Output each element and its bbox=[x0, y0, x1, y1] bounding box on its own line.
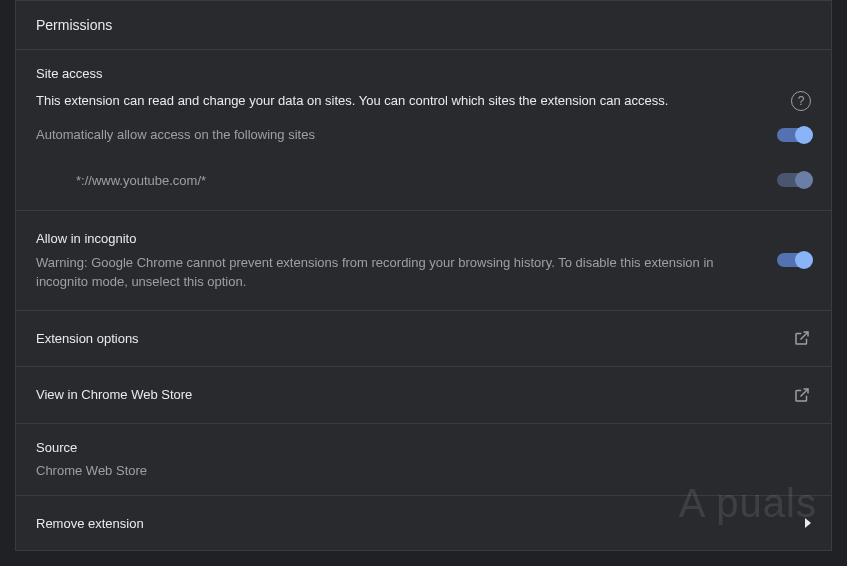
incognito-toggle[interactable] bbox=[777, 253, 811, 267]
source-section: Source Chrome Web Store bbox=[16, 424, 831, 496]
site-pattern: *://www.youtube.com/* bbox=[76, 171, 206, 191]
site-pattern-toggle[interactable] bbox=[777, 173, 811, 187]
chevron-right-icon bbox=[805, 518, 811, 528]
incognito-row: Allow in incognito Warning: Google Chrom… bbox=[36, 229, 811, 292]
source-label: Source bbox=[36, 438, 811, 458]
incognito-text: Allow in incognito Warning: Google Chrom… bbox=[36, 229, 761, 292]
extension-details-panel: Permissions Site access This extension c… bbox=[15, 0, 832, 551]
incognito-title: Allow in incognito bbox=[36, 229, 761, 249]
auto-allow-row: Automatically allow access on the follow… bbox=[36, 125, 811, 145]
source-value: Chrome Web Store bbox=[36, 461, 811, 481]
site-access-section: Site access This extension can read and … bbox=[16, 50, 831, 211]
auto-allow-toggle[interactable] bbox=[777, 128, 811, 142]
permissions-title: Permissions bbox=[36, 17, 811, 33]
permissions-header: Permissions bbox=[16, 1, 831, 50]
toggle-knob bbox=[795, 171, 813, 189]
extension-options-row[interactable]: Extension options bbox=[16, 311, 831, 368]
open-external-icon bbox=[793, 386, 811, 404]
auto-allow-label: Automatically allow access on the follow… bbox=[36, 125, 315, 145]
site-access-desc-row: This extension can read and change your … bbox=[36, 91, 811, 111]
toggle-knob bbox=[795, 126, 813, 144]
site-access-description: This extension can read and change your … bbox=[36, 91, 668, 111]
extension-options-label: Extension options bbox=[36, 329, 139, 349]
view-webstore-label: View in Chrome Web Store bbox=[36, 385, 192, 405]
site-pattern-row: *://www.youtube.com/* bbox=[36, 163, 811, 195]
help-icon[interactable]: ? bbox=[791, 91, 811, 111]
site-access-heading: Site access bbox=[36, 66, 811, 81]
view-webstore-row[interactable]: View in Chrome Web Store bbox=[16, 367, 831, 424]
incognito-warning: Warning: Google Chrome cannot prevent ex… bbox=[36, 253, 761, 292]
toggle-knob bbox=[795, 251, 813, 269]
remove-extension-label: Remove extension bbox=[36, 514, 144, 534]
open-external-icon bbox=[793, 329, 811, 347]
remove-extension-row[interactable]: Remove extension bbox=[16, 496, 831, 552]
incognito-section: Allow in incognito Warning: Google Chrom… bbox=[16, 211, 831, 311]
